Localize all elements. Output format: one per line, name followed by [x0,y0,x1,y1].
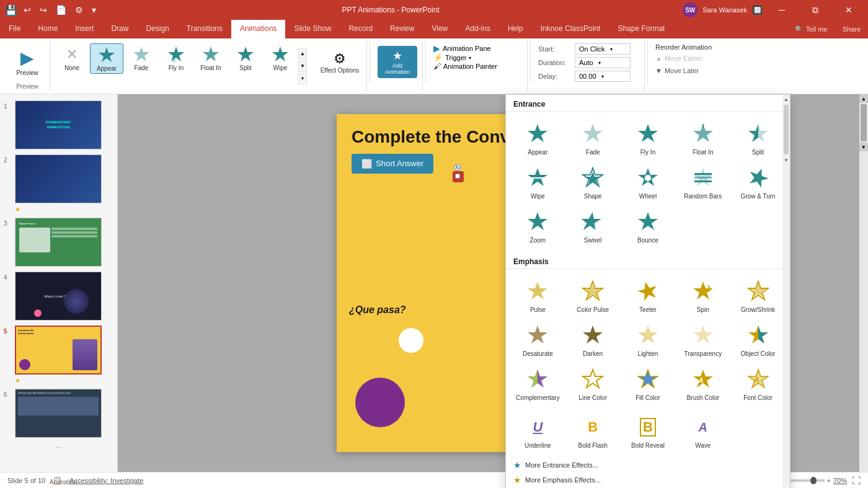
anim-split[interactable]: Split [229,43,262,74]
start-dropdown[interactable]: On Click ▾ [575,43,631,55]
emphasis-spin[interactable]: Spin [676,274,730,317]
minimize-btn[interactable]: ─ [768,0,796,20]
handle-bm[interactable] [455,174,460,179]
short-answer-button[interactable]: ⬜ Short Answer [352,154,433,174]
dropdown-scroll-down[interactable]: ▼ [782,156,790,164]
scroll-thumb[interactable] [861,104,867,141]
tab-help[interactable]: Help [499,20,532,38]
redo-btn[interactable]: ↪ [37,4,50,16]
scroll-up-btn[interactable]: ▲ [859,94,868,103]
customize-btn[interactable]: ▾ [89,4,99,16]
emphasis-brushcolor[interactable]: A Brush Color [676,362,730,405]
entrance-wheel[interactable]: Wheel [621,161,675,203]
slide-thumb-1[interactable]: 1 POWERPOINTANIMATIONS [2,99,115,151]
anim-wipe[interactable]: Wipe [264,43,297,74]
painter-label[interactable]: Animation Painter [443,63,497,70]
slide-thumb-2[interactable]: 2 ★ [2,153,115,214]
entrance-appear[interactable]: Appear [511,117,565,159]
anim-floatin[interactable]: Float In [194,43,228,74]
more-emphasis-effects[interactable]: ★ More Emphasis Effects... [506,472,790,487]
fit-screen-btn[interactable]: ⛶ [852,476,861,486]
slide-thumb-5[interactable]: 5 Complete theConversation ★ [2,324,115,385]
emphasis-linecolor[interactable]: Line Color [566,362,620,405]
move-earlier-btn[interactable]: ▲ Move Earlier [655,53,712,63]
emphasis-fillcolor[interactable]: Fill Color [621,362,675,405]
tab-insert[interactable]: Insert [66,20,102,38]
entrance-floatin[interactable]: Float In [676,117,730,159]
entrance-randombars[interactable]: Random Bars [676,161,730,203]
more-tools-btn[interactable]: ⚙ [73,4,86,16]
emphasis-fontcolor[interactable]: A Font Color [731,362,785,405]
dropdown-scroll-thumb[interactable] [784,105,789,154]
add-animation-button[interactable]: ★ Add Animation [378,41,417,83]
emphasis-colorpulse[interactable]: Color Pulse [566,274,620,317]
emphasis-transparency[interactable]: Transparency [676,318,730,361]
close-btn[interactable]: ✕ [835,0,863,20]
emphasis-objectcolor[interactable]: Object Color [731,318,785,361]
tab-file[interactable]: File [0,20,29,38]
tab-addins[interactable]: Add-ins [456,20,499,38]
entrance-swivel[interactable]: Swivel [566,205,620,247]
dropdown-scroll-up[interactable]: ▲ [782,95,790,104]
accessibility-label[interactable]: Accessibility: Investigate [69,477,143,484]
undo-btn[interactable]: ↩ [21,4,33,16]
effect-options-button[interactable]: ⚙ Effect Options [318,41,361,83]
entrance-growturn[interactable]: Grow & Turn [731,161,785,203]
entrance-shape[interactable]: Shape [566,161,620,203]
emphasis-boldflash[interactable]: B Bold Flash [566,410,620,453]
search-btn[interactable]: 🔍 Tell me [787,20,835,38]
slides-scroll[interactable]: ⋯ [2,444,115,451]
anim-none[interactable]: ✕ None [55,43,89,74]
delay-input[interactable]: 00.00 ▾ [575,71,631,82]
more-entrance-effects[interactable]: ★ More Entrance Effects... [506,458,790,472]
tab-home[interactable]: Home [29,20,66,38]
entrance-flyin[interactable]: Fly In [621,117,675,159]
anim-pane-label[interactable]: Animation Pane [443,45,491,52]
share-btn[interactable]: Share [835,20,868,38]
anim-fade[interactable]: Fade [125,43,158,74]
rotate-handle[interactable]: ↻ [454,164,461,171]
tab-slideshow[interactable]: Slide Show [285,20,340,38]
tab-shapeformat[interactable]: Shape Format [609,20,673,38]
restore-btn[interactable]: ⧉ [801,0,830,20]
move-later-btn[interactable]: ▼ Move Later [655,66,712,76]
tab-inknoe[interactable]: Inknoe ClassPoint [532,20,609,38]
slide-thumb-6[interactable]: 6 Determine target skills identify the c… [2,388,115,439]
zoom-in-btn[interactable]: + [827,477,831,484]
emphasis-teeter[interactable]: Teeter [621,274,675,317]
duration-dropdown[interactable]: Auto ▾ [575,57,631,68]
tab-record[interactable]: Record [340,20,381,38]
slide-thumb-3[interactable]: 3 Starter Focus [2,216,115,268]
emphasis-lighten[interactable]: Lighten [621,318,675,361]
emphasis-complementary[interactable]: Complementary [511,362,565,405]
tab-review[interactable]: Review [381,20,423,38]
emphasis-wave[interactable]: A Wave [676,410,730,453]
emphasis-pulse[interactable]: Pulse [511,274,565,317]
tab-transitions[interactable]: Transitions [178,20,231,38]
emphasis-desaturate[interactable]: Desaturate [511,318,565,361]
anim-flyin[interactable]: ↗ Fly In [159,43,193,74]
user-avatar[interactable]: SW [683,2,698,17]
scroll-more-arrow[interactable]: ▾ [298,73,307,84]
anim-appear[interactable]: Appear [90,43,123,74]
scroll-up-arrow[interactable]: ▲ [298,48,307,60]
quick-save-btn[interactable]: 📄 [53,4,69,16]
zoom-slider[interactable] [787,479,825,482]
entrance-zoom[interactable]: Zoom [511,205,565,247]
tab-view[interactable]: View [423,20,456,38]
emphasis-growshrink[interactable]: Grow/Shrink [731,274,785,317]
entrance-fade[interactable]: Fade [566,117,620,159]
tab-animations[interactable]: Animations [231,20,285,38]
slide-thumb-4[interactable]: 4 What's In the Slide? [2,270,115,322]
emphasis-darken[interactable]: Darken [566,318,620,361]
emphasis-boldreveal[interactable]: B Bold Reveal [621,410,675,453]
entrance-split[interactable]: Split [731,117,785,159]
entrance-bounce[interactable]: Bounce [621,205,675,247]
tab-draw[interactable]: Draw [102,20,137,38]
entrance-wipe[interactable]: Wipe [511,161,565,203]
zoom-level[interactable]: 70% [833,477,847,484]
trigger-label[interactable]: Trigger [445,54,466,61]
tab-design[interactable]: Design [137,20,177,38]
scroll-down-btn[interactable]: ▼ [859,143,868,151]
scroll-down-arrow[interactable]: ▼ [298,61,307,72]
